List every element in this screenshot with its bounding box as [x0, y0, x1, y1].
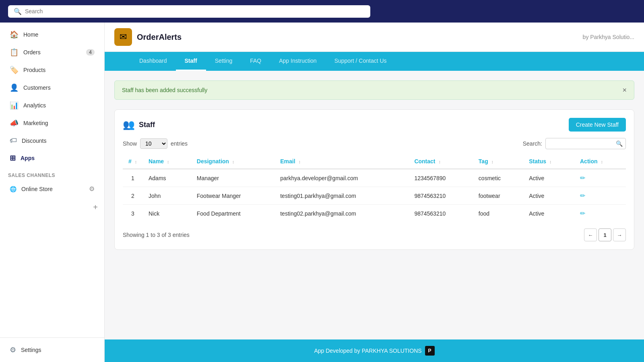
staff-panel-header: 👥 Staff Create New Staff [123, 118, 626, 132]
sidebar-item-customers[interactable]: 👤 Customers [3, 79, 101, 96]
col-header-tag[interactable]: Tag ↕ [473, 154, 523, 169]
search-box[interactable]: 🔍 [8, 5, 370, 18]
sort-icon-action: ↕ [601, 159, 603, 164]
staff-title-area: 👥 Staff [123, 119, 155, 130]
staff-icon: 👥 [123, 119, 135, 130]
table-row: 2 John Footwear Manger testing01.parkhya… [123, 187, 626, 205]
tab-staff[interactable]: Staff [176, 52, 206, 71]
cell-tag: cosmetic [473, 169, 523, 187]
cell-email: testing01.parkhya@gmail.com [275, 187, 409, 205]
sales-channels-label: SALES CHANNELS [0, 167, 104, 181]
cell-status: Active [523, 205, 574, 222]
cell-num: 3 [123, 205, 143, 222]
marketing-icon: 📣 [10, 119, 19, 128]
search-input[interactable] [25, 8, 365, 14]
app-logo-emoji: ✉ [120, 32, 127, 42]
table-header-row: # ↕ Name ↕ Designation ↕ Email ↕ [123, 154, 626, 169]
alert-close-button[interactable]: × [622, 86, 627, 94]
cell-status: Active [523, 169, 574, 187]
search-icon: 🔍 [14, 8, 22, 15]
sort-icon-contact: ↕ [438, 159, 441, 164]
create-new-staff-button[interactable]: Create New Staff [569, 118, 626, 132]
cell-name: Nick [143, 205, 191, 222]
sidebar-item-discounts[interactable]: 🏷 Discounts [3, 132, 101, 149]
cell-tag: food [473, 205, 523, 222]
online-store-settings-icon: ⚙ [89, 185, 95, 193]
table-search-icon: 🔍 [616, 140, 623, 147]
tab-app-instruction[interactable]: App Instruction [270, 52, 325, 71]
edit-button[interactable]: ✏ [580, 210, 585, 217]
pagination-controls: ← 1 → [584, 228, 626, 241]
app-title: OrderAlerts [137, 33, 182, 42]
alert-message: Staff has been added successfully [122, 87, 207, 93]
analytics-icon: 📊 [10, 101, 19, 110]
col-header-action[interactable]: Action ↕ [574, 154, 626, 169]
edit-button[interactable]: ✏ [580, 175, 585, 181]
app-logo: ✉ [114, 28, 132, 46]
tab-faq[interactable]: FAQ [241, 52, 270, 71]
col-header-email[interactable]: Email ↕ [275, 154, 409, 169]
sort-icon-email: ↕ [298, 159, 301, 164]
sidebar-item-products[interactable]: 🏷️ Products [3, 62, 101, 78]
sort-icon-num: ↕ [135, 159, 137, 164]
cell-action[interactable]: ✏ [574, 187, 626, 205]
success-alert: Staff has been added successfully × [114, 80, 634, 100]
cell-status: Active [523, 187, 574, 205]
table-row: 1 Adams Manager parkhya.developer@gmail.… [123, 169, 626, 187]
settings-icon: ⚙ [10, 346, 16, 354]
table-controls: Show 10 25 50 entries Search: 🔍 [123, 138, 626, 149]
cell-email: parkhya.developer@gmail.com [275, 169, 409, 187]
next-page-button[interactable]: → [613, 228, 626, 241]
app-by-text: by Parkhya Solutio... [583, 34, 634, 40]
orders-icon: 📋 [10, 48, 19, 57]
sidebar-item-settings[interactable]: ⚙ Settings [3, 341, 101, 358]
tab-setting[interactable]: Setting [206, 52, 242, 71]
sidebar-item-home[interactable]: 🏠 Home [3, 26, 101, 43]
cell-designation: Manager [191, 169, 275, 187]
tab-support[interactable]: Support / Contact Us [326, 52, 396, 71]
col-header-designation[interactable]: Designation ↕ [191, 154, 275, 169]
edit-button[interactable]: ✏ [580, 192, 585, 199]
cell-designation: Food Department [191, 205, 275, 222]
online-store-icon: 🌐 [10, 186, 17, 192]
cell-name: Adams [143, 169, 191, 187]
table-row: 3 Nick Food Department testing02.parkhya… [123, 205, 626, 222]
cell-action[interactable]: ✏ [574, 205, 626, 222]
entries-select[interactable]: 10 25 50 [140, 138, 167, 149]
add-sales-channel-icon[interactable]: + [93, 203, 98, 212]
customers-icon: 👤 [10, 83, 19, 92]
table-search-input[interactable] [545, 138, 626, 149]
footer: App Developed by PARKHYA SOLUTIONS P [105, 339, 644, 362]
col-header-name[interactable]: Name ↕ [143, 154, 191, 169]
table-search-label: Search: [523, 140, 542, 147]
sidebar-item-online-store[interactable]: 🌐 Online Store ⚙ [3, 181, 101, 197]
show-entries: Show 10 25 50 entries [123, 138, 188, 149]
cell-contact: 9874563210 [409, 205, 473, 222]
sidebar-item-orders[interactable]: 📋 Orders 4 [3, 44, 101, 61]
cell-action[interactable]: ✏ [574, 169, 626, 187]
staff-title: Staff [139, 121, 155, 129]
apps-icon: ⊞ [10, 154, 16, 162]
app-header: ✉ OrderAlerts by Parkhya Solutio... [105, 23, 644, 52]
cell-contact: 9874563210 [409, 187, 473, 205]
col-header-status[interactable]: Status ↕ [523, 154, 574, 169]
footer-text: App Developed by PARKHYA SOLUTIONS [314, 348, 421, 354]
page-1-button[interactable]: 1 [599, 228, 611, 241]
sidebar-item-marketing[interactable]: 📣 Marketing [3, 115, 101, 132]
sort-icon-designation: ↕ [232, 159, 235, 164]
tab-dashboard[interactable]: Dashboard [130, 52, 176, 71]
col-header-num[interactable]: # ↕ [123, 154, 143, 169]
col-header-contact[interactable]: Contact ↕ [409, 154, 473, 169]
cell-tag: footwear [473, 187, 523, 205]
nav-tabs: Dashboard Staff Setting FAQ App Instruct… [105, 52, 644, 71]
footer-logo: P [425, 346, 435, 356]
sort-icon-name: ↕ [167, 159, 169, 164]
cell-contact: 1234567890 [409, 169, 473, 187]
page-body: Staff has been added successfully × 👥 St… [105, 71, 644, 339]
sidebar: 🏠 Home 📋 Orders 4 🏷️ Products 👤 Customer… [0, 23, 105, 362]
prev-page-button[interactable]: ← [584, 228, 597, 241]
table-search-wrapper: 🔍 [545, 138, 626, 149]
top-bar: 🔍 [0, 0, 644, 23]
sidebar-item-apps[interactable]: ⊞ Apps [3, 150, 101, 167]
sidebar-item-analytics[interactable]: 📊 Analytics [3, 97, 101, 114]
